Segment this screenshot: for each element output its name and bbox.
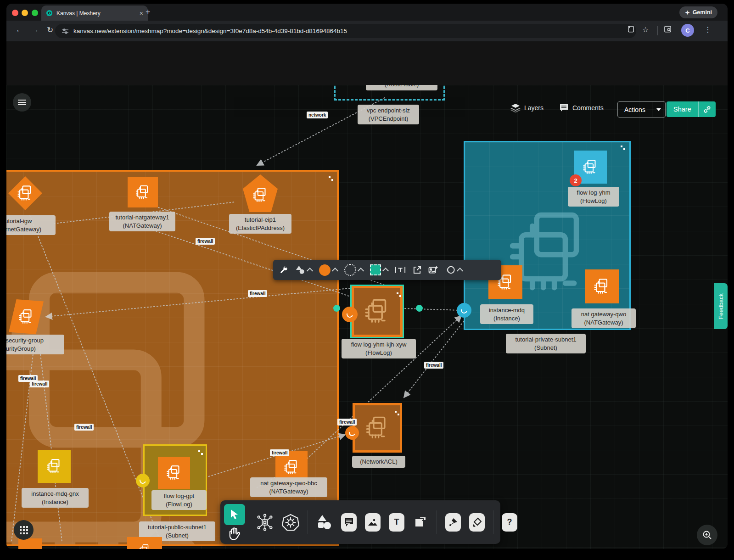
design-canvas[interactable]: (RouteTable) vpc endpoint-slz(VPCEndpoin… <box>6 85 728 549</box>
edge-label-network: network <box>307 112 328 118</box>
node-label-instance-mdq[interactable]: instance-mdq(Instance) <box>480 304 533 324</box>
node-nat-gateway-1[interactable] <box>128 177 158 207</box>
site-settings-icon[interactable] <box>62 28 69 35</box>
shapes-icon <box>295 265 305 274</box>
share-button[interactable]: Share <box>667 101 716 117</box>
node-label-flow-log-gpt[interactable]: flow log-gpt(FlowLog) <box>151 490 207 510</box>
node-instance-gnx[interactable] <box>38 450 71 483</box>
comments-button[interactable]: Comments <box>559 103 604 112</box>
text-tool[interactable]: T <box>389 513 404 532</box>
node-label-routetable[interactable]: (RouteTable) <box>366 85 437 90</box>
browser-window: Kanvas | Meshery × + ✦ Gemini ← → ↻ kanv… <box>6 4 728 549</box>
node-label-eip1[interactable]: tutorial-eip1(ElasticIPAddress) <box>229 214 291 234</box>
edge-handle-left[interactable] <box>333 305 340 312</box>
address-bar[interactable]: kanvas.new/extension/meshmap?mode=design… <box>55 24 636 38</box>
node-nat-gateway-qwo[interactable] <box>585 269 619 303</box>
pen-tool[interactable] <box>445 513 461 532</box>
bookmark-panel-icon[interactable] <box>627 25 635 33</box>
node-label-private-subnet[interactable]: tutorial-private-subnet1(Subnet) <box>506 334 586 353</box>
canvas-menu-button[interactable] <box>13 93 31 112</box>
node-label-igw[interactable]: tutorial-igw(InternetGateway) <box>6 215 56 235</box>
toolbar-divider <box>308 510 308 534</box>
node-flow-log-gpt[interactable] <box>158 457 190 489</box>
toolbar-divider <box>493 510 493 534</box>
gpt-edge-badge[interactable] <box>136 474 150 487</box>
add-image-icon[interactable] <box>428 266 438 274</box>
flow-log-yhm-count-badge: 2 <box>570 174 582 186</box>
widgets-grid-button[interactable] <box>14 520 34 540</box>
chip-icon <box>45 457 64 476</box>
shapes-group-icon <box>445 265 455 274</box>
node-label-natgw-qwo[interactable]: nat gateway-qwo(NATGateway) <box>572 308 636 328</box>
tools-wrench-icon[interactable] <box>280 266 288 274</box>
node-label-instance-gnx[interactable]: instance-mdq-gnx(Instance) <box>22 488 89 508</box>
node-flow-log-kjh-selected[interactable] <box>350 285 404 338</box>
rename-width-icon[interactable] <box>395 266 406 274</box>
shape-tool-button[interactable] <box>295 265 312 274</box>
group-tool-button[interactable] <box>445 265 462 274</box>
chip-icon <box>134 183 152 202</box>
zoom-button[interactable] <box>697 525 717 545</box>
open-in-new-icon[interactable] <box>413 266 421 274</box>
share-link-icon[interactable] <box>698 101 716 117</box>
edge-label-firewall-8: firewall <box>424 362 443 369</box>
shapes-tool-icon[interactable] <box>316 515 333 530</box>
selected-node-corner-mark <box>397 292 401 297</box>
sticky-note-tool[interactable] <box>413 513 428 532</box>
shape-fill-button[interactable] <box>370 264 388 275</box>
actions-dropdown-arrow[interactable] <box>652 102 665 117</box>
node-label-natgw-bbc[interactable]: nat gateway-qwo-bbc(NATGateway) <box>250 477 327 497</box>
edge-label-firewall-7: firewall <box>337 419 357 426</box>
browser-menu-icon[interactable]: ⋮ <box>704 25 712 34</box>
node-label-flow-log-yhm[interactable]: flow log-yhm(FlowLog) <box>568 187 619 207</box>
acl-edge-badge[interactable] <box>345 426 359 440</box>
mac-zoom-button[interactable] <box>32 10 38 16</box>
tab-close-icon[interactable]: × <box>140 10 143 17</box>
gemini-star-icon: ✦ <box>685 9 689 16</box>
select-tool-active[interactable] <box>224 504 245 525</box>
mac-minimize-button[interactable] <box>22 10 28 16</box>
image-tool[interactable] <box>365 513 381 532</box>
url-text: kanvas.new/extension/meshmap?mode=design… <box>73 28 347 34</box>
comments-icon <box>559 103 569 112</box>
color-tool-button[interactable] <box>319 264 337 276</box>
acl-corner-mark <box>395 411 399 415</box>
help-tool[interactable]: ? <box>502 513 517 532</box>
meshsync-component-icon[interactable] <box>256 514 274 531</box>
subnet-edge-badge[interactable] <box>457 303 471 318</box>
freehand-draw-tool[interactable] <box>469 513 485 532</box>
chip-icon <box>164 463 184 482</box>
chevron-up-icon <box>382 268 389 274</box>
forward-icon[interactable]: → <box>31 25 39 34</box>
browser-tab[interactable]: Kanvas | Meshery × <box>41 6 148 21</box>
gemini-button[interactable]: ✦ Gemini <box>679 6 717 18</box>
chevron-up-icon <box>307 268 313 274</box>
bookmark-star-icon[interactable]: ☆ <box>642 25 649 34</box>
node-partial-bottom-2[interactable] <box>127 537 162 549</box>
feedback-tab[interactable]: Feedback <box>714 283 728 329</box>
selected-node-edge-badge[interactable] <box>342 307 358 322</box>
node-partial-bottom-1[interactable] <box>18 538 42 549</box>
browser-profile-avatar[interactable]: C <box>681 24 694 37</box>
border-style-button[interactable] <box>344 264 363 276</box>
layers-button[interactable]: Layers <box>510 103 543 112</box>
mac-close-button[interactable] <box>12 10 18 16</box>
node-label-flow-log-kjh[interactable]: flow log-yhm-kjh-xyw(FlowLog) <box>342 339 416 358</box>
side-panel-search-icon[interactable] <box>664 25 672 33</box>
comment-tool[interactable] <box>341 513 357 532</box>
back-icon[interactable]: ← <box>16 25 23 34</box>
layers-icon <box>510 103 521 112</box>
edge-handle-right[interactable] <box>416 305 423 312</box>
new-tab-button[interactable]: + <box>146 7 151 17</box>
chip-icon <box>138 543 151 549</box>
node-label-natgateway1[interactable]: tutorial-natgateway1(NATGateway) <box>109 212 175 231</box>
node-label-security-group[interactable]: tutorial-security-group(SecurityGroup) <box>6 335 64 354</box>
reload-icon[interactable]: ↻ <box>47 25 53 35</box>
kubernetes-tool-icon[interactable] <box>282 514 299 531</box>
teal-square-icon <box>370 264 381 275</box>
pan-tool[interactable] <box>228 527 241 543</box>
edge-label-firewall-6: firewall <box>270 449 289 456</box>
node-label-vpc-endpoint[interactable]: vpc endpoint-slz(VPCEndpoint) <box>358 105 419 124</box>
actions-button[interactable]: Actions <box>617 101 666 118</box>
node-label-network-acl[interactable]: (NetworkACL) <box>352 456 405 468</box>
